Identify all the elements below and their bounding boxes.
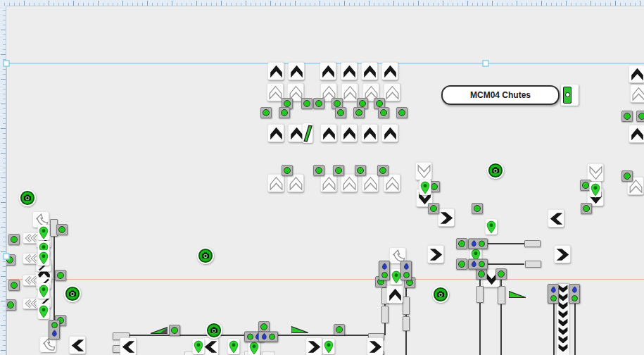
status-dot[interactable]	[378, 107, 389, 118]
diagram-canvas[interactable]: MCM04 Chutes	[0, 0, 644, 355]
flow-chevron-white[interactable]	[362, 175, 379, 192]
location-pin[interactable]	[323, 339, 335, 354]
flow-chevron-white[interactable]	[342, 84, 358, 101]
flow-chevron-white[interactable]	[341, 175, 358, 192]
status-dot[interactable]	[495, 268, 507, 280]
flow-chevron-black[interactable]	[548, 210, 564, 228]
belt-chevron-icon[interactable]	[557, 328, 569, 335]
flow-chevron-white[interactable]	[321, 175, 337, 192]
support-block[interactable]	[525, 261, 541, 268]
valve-indicator[interactable]	[561, 85, 579, 106]
belt-chevron-icon[interactable]	[557, 302, 569, 310]
belt-chevron-icon[interactable]	[557, 336, 569, 344]
sensor-tile[interactable]	[548, 284, 559, 304]
belt-chevron-icon[interactable]	[557, 311, 569, 318]
location-pin[interactable]	[486, 219, 498, 235]
flow-chevron-black[interactable]	[629, 66, 644, 83]
flow-chevron-black[interactable]	[438, 209, 455, 227]
wedge-indicator[interactable]	[291, 326, 308, 333]
status-dot[interactable]	[621, 111, 633, 122]
camera-marker[interactable]	[197, 247, 214, 264]
sensor-tile[interactable]	[400, 261, 412, 280]
status-dot[interactable]	[334, 324, 345, 335]
flow-chevron-black[interactable]	[382, 63, 398, 80]
location-pin[interactable]	[38, 283, 50, 299]
status-dot[interactable]	[313, 98, 324, 109]
flow-chevron-white[interactable]	[268, 175, 284, 192]
status-dot[interactable]	[55, 270, 66, 281]
status-dot[interactable]	[377, 165, 389, 176]
status-dot[interactable]	[169, 325, 180, 336]
status-dot[interactable]	[5, 299, 16, 311]
camera-marker[interactable]	[19, 189, 36, 206]
sensor-tile[interactable]	[258, 332, 278, 342]
flow-chevron-black[interactable]	[289, 63, 305, 80]
status-dot[interactable]	[301, 98, 312, 109]
selection-handle[interactable]	[4, 61, 10, 67]
flow-chevron-black[interactable]	[362, 63, 378, 80]
chute-group-label[interactable]: MCM04 Chutes	[441, 85, 560, 105]
flow-chevron-black[interactable]	[341, 125, 358, 142]
flow-chevron-black[interactable]	[341, 63, 358, 80]
location-pin[interactable]	[38, 225, 50, 240]
support-block[interactable]	[524, 240, 541, 247]
flow-chevron-black[interactable]	[320, 63, 336, 80]
flow-chevron-white[interactable]	[384, 175, 400, 192]
status-dot[interactable]	[333, 165, 344, 176]
support-block[interactable]	[403, 316, 410, 331]
support-block[interactable]	[498, 286, 505, 304]
flow-chevron-white[interactable]	[416, 163, 432, 180]
belt-chevron-icon[interactable]	[557, 319, 569, 327]
selection-handle[interactable]	[4, 254, 10, 260]
status-dot[interactable]	[456, 259, 467, 270]
location-pin[interactable]	[228, 339, 240, 354]
status-dot[interactable]	[279, 107, 290, 118]
status-dot[interactable]	[335, 107, 346, 118]
flow-chevron-black[interactable]	[362, 125, 378, 142]
status-dot[interactable]	[313, 165, 324, 176]
flow-chevron-black[interactable]	[268, 63, 284, 80]
flow-chevron-black[interactable]	[268, 125, 284, 142]
status-dot[interactable]	[8, 234, 20, 245]
support-block[interactable]	[476, 286, 484, 303]
status-dot[interactable]	[260, 107, 272, 118]
flow-chevron-black[interactable]	[629, 125, 644, 143]
location-pin[interactable]	[193, 339, 205, 354]
sensor-tile[interactable]	[379, 261, 390, 280]
camera-marker[interactable]	[206, 322, 222, 339]
status-dot[interactable]	[581, 203, 592, 214]
status-dot[interactable]	[428, 203, 439, 214]
flow-chevron-black[interactable]	[555, 246, 571, 263]
sensor-tile[interactable]	[468, 239, 488, 249]
sensor-tile[interactable]	[49, 320, 60, 340]
support-block[interactable]	[381, 306, 389, 323]
status-dot[interactable]	[355, 165, 366, 176]
location-pin[interactable]	[419, 180, 431, 195]
wedge-indicator[interactable]	[151, 327, 168, 334]
flow-chevron-white[interactable]	[631, 85, 644, 103]
flow-chevron-black[interactable]	[428, 246, 444, 263]
flow-chevron-black[interactable]	[70, 337, 86, 354]
camera-marker[interactable]	[487, 162, 504, 179]
belt-chevron-icon[interactable]	[557, 285, 569, 293]
support-block[interactable]	[403, 297, 410, 315]
location-pin[interactable]	[248, 340, 260, 355]
location-pin[interactable]	[38, 304, 50, 319]
camera-marker[interactable]	[432, 286, 449, 303]
flow-chevron-black[interactable]	[203, 338, 219, 355]
flow-chevron-white[interactable]	[384, 84, 400, 101]
flow-chevron-black[interactable]	[120, 338, 137, 355]
flow-chevron-black[interactable]	[321, 125, 337, 142]
status-dot[interactable]	[8, 280, 20, 291]
flow-chevron-white[interactable]	[288, 175, 304, 192]
wedge-indicator[interactable]	[509, 291, 526, 298]
flow-chevron-black[interactable]	[367, 338, 384, 355]
sensor-tile[interactable]	[468, 259, 488, 270]
status-dot[interactable]	[56, 224, 68, 235]
status-dot[interactable]	[396, 107, 408, 118]
status-dot[interactable]	[476, 268, 487, 280]
status-dot[interactable]	[636, 111, 644, 122]
location-pin[interactable]	[38, 250, 50, 266]
flow-chevron-white[interactable]	[588, 164, 604, 182]
status-dot[interactable]	[353, 107, 365, 118]
